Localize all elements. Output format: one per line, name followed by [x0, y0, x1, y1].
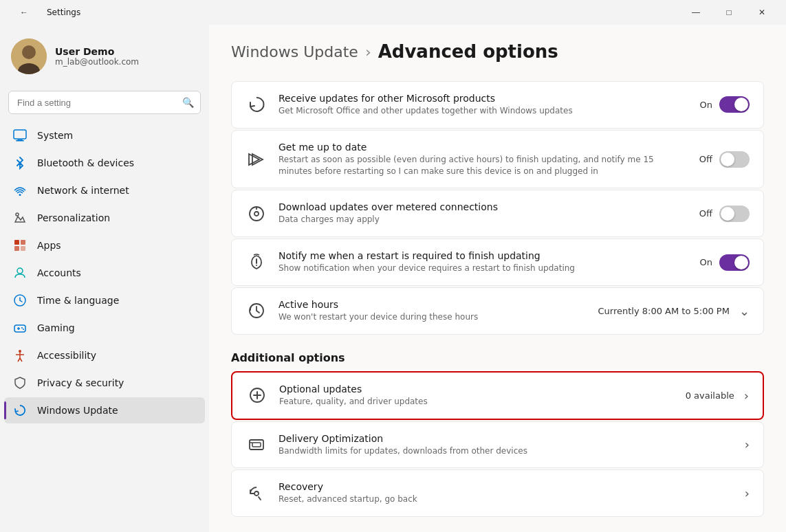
recovery-icon: [245, 483, 268, 505]
system-icon: [12, 128, 28, 143]
svg-point-7: [16, 213, 19, 216]
sidebar-item-personalization[interactable]: Personalization: [4, 205, 205, 231]
privacy-icon: [12, 375, 28, 390]
toggle-track[interactable]: [719, 151, 750, 168]
get-up-to-date-desc: Restart as soon as possible (even during…: [279, 154, 688, 177]
main-content: Windows Update › Advanced options Receiv…: [209, 25, 786, 532]
active-hours-text: Active hours We won't restart your devic…: [279, 299, 587, 323]
toggle-thumb: [734, 98, 748, 111]
toggle-thumb: [721, 153, 734, 166]
sidebar-item-network[interactable]: Network & internet: [4, 177, 205, 203]
download-metered-toggle[interactable]: [719, 206, 750, 222]
maximize-button[interactable]: □: [713, 2, 745, 23]
notify-restart-title: Notify me when a restart is required to …: [279, 250, 689, 261]
chevron-right-icon: ›: [745, 486, 750, 500]
user-info: User Demo m_lab@outlook.com: [55, 46, 139, 67]
setting-row-get-up-to-date: Get me up to date Restart as soon as pos…: [231, 130, 764, 189]
sidebar-nav: System Bluetooth & devices Network & int…: [0, 122, 209, 423]
get-up-to-date-toggle-label: Off: [699, 154, 712, 164]
sidebar-item-label-gaming: Gaming: [37, 322, 75, 333]
window-controls: — □ ✕: [680, 2, 778, 23]
active-hours-value: Currently 8:00 AM to 5:00 PM: [598, 306, 730, 316]
receive-updates-title: Receive updates for other Microsoft prod…: [279, 93, 689, 104]
breadcrumb-separator: ›: [365, 43, 371, 60]
optional-updates-desc: Feature, quality, and driver updates: [279, 396, 675, 408]
update-icon: [12, 403, 28, 418]
accessibility-icon: [12, 348, 28, 363]
sidebar-item-gaming[interactable]: Gaming: [4, 315, 205, 341]
recovery-control[interactable]: ›: [745, 486, 750, 500]
receive-updates-desc: Get Microsoft Office and other updates t…: [279, 105, 689, 117]
setting-row-recovery[interactable]: Recovery Reset, advanced startup, go bac…: [231, 469, 764, 517]
svg-rect-3: [14, 130, 26, 139]
get-up-to-date-icon: [245, 148, 268, 170]
network-icon: [12, 183, 28, 198]
bluetooth-icon: [12, 155, 28, 170]
svg-rect-5: [16, 140, 24, 142]
search-box[interactable]: 🔍: [8, 91, 201, 114]
download-metered-text: Download updates over metered connection…: [279, 201, 688, 225]
toggle-track[interactable]: [719, 96, 750, 113]
setting-row-active-hours[interactable]: Active hours We won't restart your devic…: [231, 287, 764, 335]
notify-restart-toggle[interactable]: [719, 254, 750, 271]
user-section[interactable]: User Demo m_lab@outlook.com: [0, 30, 209, 88]
download-metered-icon: [245, 203, 268, 225]
sidebar-item-label-network: Network & internet: [37, 185, 129, 196]
breadcrumb-parent[interactable]: Windows Update: [231, 43, 358, 60]
receive-updates-icon: [245, 93, 268, 115]
app-body: User Demo m_lab@outlook.com 🔍 System Blu: [0, 25, 786, 532]
sidebar-item-update[interactable]: Windows Update: [4, 397, 205, 423]
download-metered-title: Download updates over metered connection…: [279, 201, 688, 212]
sidebar-item-label-bluetooth: Bluetooth & devices: [37, 157, 134, 168]
notify-restart-toggle-label: On: [700, 257, 712, 267]
personalization-icon: [12, 210, 28, 225]
minimize-button[interactable]: —: [680, 2, 712, 23]
optional-updates-icon: [246, 384, 268, 406]
svg-point-19: [19, 350, 21, 353]
delivery-optimization-control[interactable]: ›: [745, 437, 750, 452]
active-hours-icon: [245, 300, 268, 322]
svg-point-26: [256, 265, 257, 266]
svg-point-18: [23, 329, 24, 330]
close-button[interactable]: ✕: [746, 2, 778, 23]
sidebar-item-apps[interactable]: Apps: [4, 232, 205, 258]
gaming-icon: [12, 320, 28, 335]
svg-point-1: [22, 45, 36, 59]
svg-rect-32: [252, 443, 261, 447]
sidebar-item-system[interactable]: System: [4, 122, 205, 148]
get-up-to-date-title: Get me up to date: [279, 142, 688, 153]
delivery-optimization-icon: [245, 434, 268, 456]
setting-row-download-metered: Download updates over metered connection…: [231, 190, 764, 237]
sidebar-item-time[interactable]: Time & language: [4, 287, 205, 313]
optional-updates-text: Optional updates Feature, quality, and d…: [279, 384, 675, 408]
receive-updates-text: Receive updates for other Microsoft prod…: [279, 93, 689, 117]
sidebar-item-label-accounts: Accounts: [37, 267, 81, 278]
receive-updates-toggle[interactable]: [719, 96, 750, 113]
active-hours-control[interactable]: Currently 8:00 AM to 5:00 PM ⌄: [598, 304, 750, 318]
optional-updates-control[interactable]: 0 available ›: [686, 388, 749, 403]
sidebar-item-privacy[interactable]: Privacy & security: [4, 370, 205, 396]
sidebar-item-accounts[interactable]: Accounts: [4, 260, 205, 286]
svg-point-12: [17, 268, 23, 274]
delivery-optimization-desc: Bandwidth limits for updates, downloads …: [279, 445, 734, 457]
sidebar-item-bluetooth[interactable]: Bluetooth & devices: [4, 150, 205, 176]
toggle-track[interactable]: [719, 206, 750, 222]
setting-row-delivery-optimization[interactable]: Delivery Optimization Bandwidth limits f…: [231, 421, 764, 469]
additional-options-label: Additional options: [231, 351, 764, 364]
avatar: [11, 38, 47, 74]
recovery-desc: Reset, advanced startup, go back: [279, 494, 734, 505]
chevron-right-icon: ›: [744, 388, 749, 403]
setting-row-optional-updates[interactable]: Optional updates Feature, quality, and d…: [231, 371, 764, 420]
search-input[interactable]: [8, 91, 201, 114]
toggle-track[interactable]: [719, 254, 750, 271]
back-button[interactable]: ←: [8, 2, 40, 23]
setting-row-notify-restart: Notify me when a restart is required to …: [231, 239, 764, 286]
sidebar-item-label-system: System: [37, 130, 73, 141]
titlebar-left: ← Settings: [8, 2, 80, 23]
sidebar-item-accessibility[interactable]: Accessibility: [4, 342, 205, 368]
notify-restart-desc: Show notification when your device requi…: [279, 263, 689, 274]
titlebar: ← Settings — □ ✕: [0, 0, 786, 25]
svg-rect-11: [21, 246, 25, 251]
setting-row-receive-updates: Receive updates for other Microsoft prod…: [231, 81, 764, 129]
get-up-to-date-toggle[interactable]: [719, 151, 750, 168]
